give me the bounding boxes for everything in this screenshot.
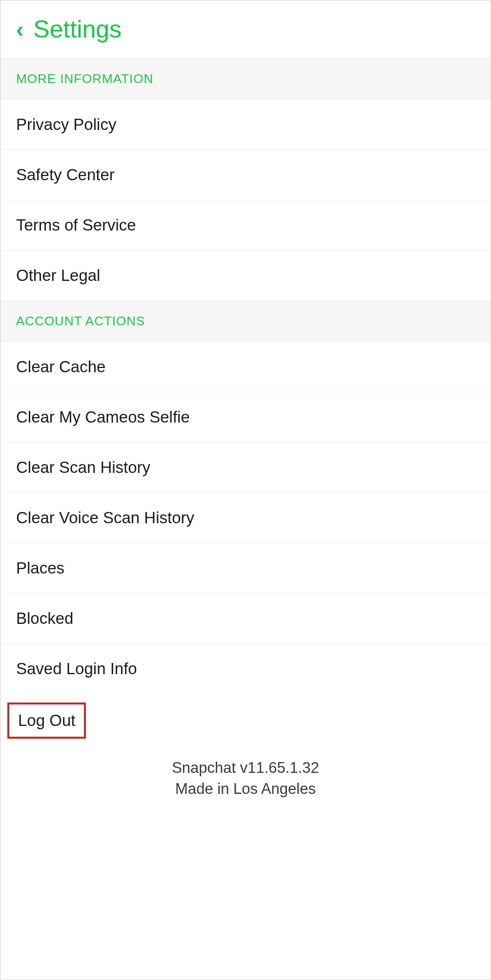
item-privacy-policy[interactable]: Privacy Policy bbox=[0, 100, 491, 150]
section-header-account-actions: ACCOUNT ACTIONS bbox=[0, 300, 491, 342]
item-clear-cache[interactable]: Clear Cache bbox=[0, 342, 491, 392]
logout-row: Log Out bbox=[0, 694, 491, 747]
item-safety-center[interactable]: Safety Center bbox=[0, 150, 491, 200]
section-header-more-information: MORE INFORMATION bbox=[0, 58, 491, 100]
footer-version: Snapchat v11.65.1.32 bbox=[0, 757, 491, 778]
item-terms-of-service[interactable]: Terms of Service bbox=[0, 200, 491, 251]
page-title: Settings bbox=[33, 15, 122, 43]
item-other-legal[interactable]: Other Legal bbox=[0, 251, 491, 300]
item-log-out[interactable]: Log Out bbox=[7, 703, 86, 739]
item-places[interactable]: Places bbox=[0, 543, 491, 594]
item-blocked[interactable]: Blocked bbox=[0, 594, 491, 644]
more-information-list: Privacy Policy Safety Center Terms of Se… bbox=[0, 100, 491, 300]
item-clear-scan-history[interactable]: Clear Scan History bbox=[0, 443, 491, 493]
footer: Snapchat v11.65.1.32 Made in Los Angeles bbox=[0, 747, 491, 819]
header-bar: ‹ Settings bbox=[0, 0, 491, 58]
item-saved-login-info[interactable]: Saved Login Info bbox=[0, 644, 491, 694]
item-clear-voice-scan-history[interactable]: Clear Voice Scan History bbox=[0, 493, 491, 543]
account-actions-list: Clear Cache Clear My Cameos Selfie Clear… bbox=[0, 342, 491, 747]
footer-tagline: Made in Los Angeles bbox=[0, 778, 491, 799]
back-chevron-icon[interactable]: ‹ bbox=[16, 18, 23, 41]
item-clear-my-cameos-selfie[interactable]: Clear My Cameos Selfie bbox=[0, 392, 491, 443]
